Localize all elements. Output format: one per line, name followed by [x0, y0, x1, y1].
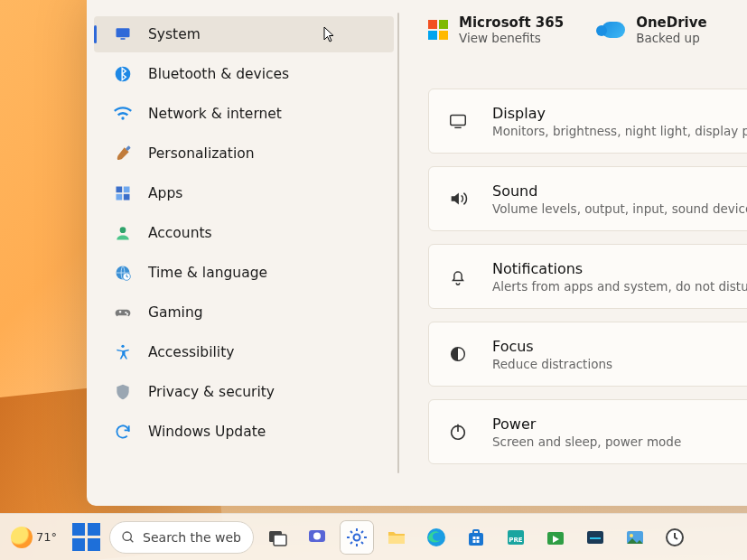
sidebar-item-privacy-security[interactable]: Privacy & security	[94, 374, 394, 410]
card-subtitle: Alerts from apps and system, do not dist…	[492, 279, 747, 294]
taskbar-clock[interactable]	[658, 521, 691, 554]
taskbar-file-explorer[interactable]	[380, 521, 413, 554]
sidebar-item-bluetooth-devices[interactable]: Bluetooth & devices	[94, 56, 394, 92]
svg-point-12	[126, 313, 128, 315]
svg-text:PRE: PRE	[509, 537, 523, 544]
svg-point-8	[120, 227, 126, 233]
taskbar-search-placeholder: Search the web	[143, 530, 241, 545]
shield-icon	[114, 383, 132, 401]
svg-rect-0	[117, 28, 130, 37]
svg-rect-31	[477, 537, 480, 539]
card-title: Focus	[492, 338, 612, 355]
onedrive-tile[interactable]: OneDrive Backed up	[602, 14, 707, 45]
sidebar-item-label: Personalization	[148, 145, 255, 162]
taskbar-prime-video[interactable]	[579, 521, 612, 554]
svg-rect-6	[117, 194, 123, 201]
svg-point-19	[123, 532, 131, 540]
taskbar-settings[interactable]	[341, 521, 373, 554]
onedrive-icon	[602, 22, 625, 38]
taskbar-photos[interactable]	[619, 521, 651, 554]
taskbar-chat[interactable]	[301, 521, 333, 554]
card-subtitle: Monitors, brightness, night light, displ…	[492, 124, 747, 138]
sidebar-item-label: Gaming	[148, 304, 203, 321]
card-title: Power	[492, 415, 681, 433]
svg-point-13	[121, 345, 124, 348]
sidebar-item-network-internet[interactable]: Network & internet	[94, 96, 394, 132]
svg-point-11	[125, 312, 126, 313]
sidebar-item-accounts[interactable]: Accounts	[94, 215, 394, 251]
settings-window: SystemBluetooth & devicesNetwork & inter…	[87, 0, 747, 506]
onedrive-sub: Backed up	[636, 31, 707, 45]
svg-rect-22	[274, 535, 286, 546]
microsoft-365-tile[interactable]: Microsoft 365 View benefits	[428, 14, 564, 45]
sidebar-item-gaming[interactable]: Gaming	[94, 294, 394, 331]
taskbar-edge[interactable]	[420, 521, 453, 554]
system-card-display[interactable]: DisplayMonitors, brightness, night light…	[428, 89, 747, 154]
svg-rect-7	[124, 194, 130, 201]
svg-rect-26	[388, 536, 405, 544]
sidebar-item-apps[interactable]: Apps	[94, 175, 394, 211]
sidebar-item-windows-update[interactable]: Windows Update	[94, 414, 394, 450]
settings-sidebar: SystemBluetooth & devicesNetwork & inter…	[87, 0, 401, 506]
svg-rect-33	[477, 540, 480, 543]
sidebar-item-label: Time & language	[148, 265, 267, 281]
globe-clock-icon	[114, 264, 132, 282]
bluetooth-icon	[114, 65, 132, 83]
focus-icon	[447, 343, 469, 365]
sidebar-item-label: Accessibility	[148, 344, 234, 360]
sidebar-item-accessibility[interactable]: Accessibility	[94, 334, 394, 370]
taskbar-store[interactable]	[460, 521, 492, 554]
svg-point-25	[354, 534, 360, 540]
power-icon	[447, 421, 469, 443]
brush-icon	[114, 145, 132, 163]
microsoft-365-title: Microsoft 365	[459, 14, 564, 31]
taskbar: 71° Search the web PRE	[0, 513, 747, 560]
svg-rect-4	[117, 187, 123, 193]
update-icon	[114, 423, 132, 441]
sidebar-item-label: System	[148, 26, 201, 42]
sidebar-item-label: Privacy & security	[148, 384, 275, 400]
weather-temp: 71°	[36, 530, 57, 544]
taskbar-search[interactable]: Search the web	[109, 521, 254, 554]
card-title: Display	[492, 105, 747, 122]
card-subtitle: Volume levels, output, input, sound devi…	[492, 201, 747, 216]
accessibility-icon	[114, 343, 132, 361]
taskbar-app-teal[interactable]: PRE	[500, 521, 532, 554]
svg-rect-28	[469, 533, 483, 546]
taskbar-app-green[interactable]	[539, 521, 572, 554]
wifi-icon	[114, 105, 132, 123]
start-button[interactable]	[70, 521, 102, 554]
sidebar-item-label: Network & internet	[148, 106, 282, 122]
sidebar-item-personalization[interactable]: Personalization	[94, 135, 394, 172]
system-card-power[interactable]: PowerScreen and sleep, power mode	[428, 399, 747, 464]
svg-rect-30	[473, 537, 476, 539]
sound-icon	[447, 188, 469, 210]
card-subtitle: Reduce distractions	[492, 357, 612, 371]
onedrive-title: OneDrive	[636, 14, 707, 31]
sidebar-scrollbar[interactable]	[397, 13, 399, 473]
notifications-icon	[447, 266, 469, 287]
search-icon	[121, 530, 135, 545]
svg-rect-32	[473, 540, 476, 543]
svg-rect-29	[473, 530, 479, 534]
system-card-focus[interactable]: FocusReduce distractions	[428, 322, 747, 387]
settings-content: Rename Microsoft 365 View benefits OneDr…	[401, 0, 747, 506]
gamepad-icon	[114, 303, 132, 322]
system-card-sound[interactable]: SoundVolume levels, output, input, sound…	[428, 166, 747, 231]
microsoft-365-sub: View benefits	[459, 31, 564, 45]
svg-rect-1	[121, 38, 126, 40]
sidebar-item-time-language[interactable]: Time & language	[94, 255, 394, 291]
sidebar-item-system[interactable]: System	[94, 16, 394, 52]
microsoft-logo-icon	[428, 20, 448, 40]
svg-rect-39	[590, 537, 601, 539]
display-icon	[447, 110, 469, 132]
sidebar-item-label: Apps	[148, 185, 182, 201]
taskbar-weather[interactable]: 71°	[5, 527, 62, 548]
weather-sun-icon	[11, 527, 33, 548]
card-title: Notifications	[492, 260, 747, 277]
system-card-notifications[interactable]: NotificationsAlerts from apps and system…	[428, 244, 747, 309]
card-subtitle: Screen and sleep, power mode	[492, 434, 681, 449]
sidebar-item-label: Accounts	[148, 225, 212, 241]
taskbar-taskview[interactable]	[261, 521, 294, 554]
apps-icon	[114, 184, 132, 202]
